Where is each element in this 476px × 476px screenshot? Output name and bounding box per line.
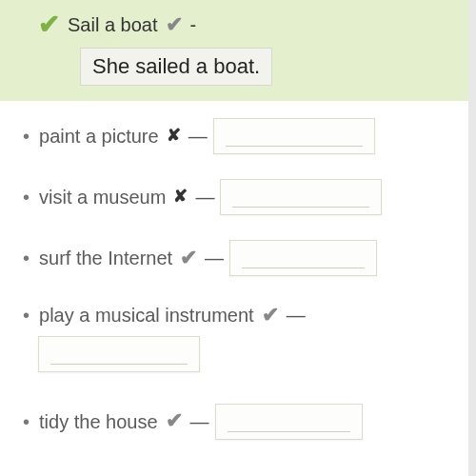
answer-input[interactable] [38, 336, 200, 372]
bullet-icon: • [23, 245, 30, 271]
item-text: paint a picture [39, 123, 159, 149]
correct-check-icon: ✔ [38, 11, 60, 38]
example-block: ✔ Sail a boat ✔ - She sailed a boat. [0, 0, 468, 101]
x-icon: ✘ [167, 124, 181, 148]
answer-input[interactable] [215, 404, 363, 440]
list-item: • paint a picture ✘ — [23, 118, 449, 154]
check-icon: ✔ [180, 244, 197, 273]
dash: — [188, 123, 206, 149]
bullet-icon: • [23, 408, 30, 435]
dash: — [190, 408, 208, 435]
prompt-check-icon: ✔ [166, 12, 183, 37]
item-text: surf the Internet [39, 245, 172, 271]
check-icon: ✔ [262, 301, 279, 330]
example-dash: - [190, 14, 197, 36]
list-item: • tidy the house ✔ — [23, 404, 449, 440]
answer-input[interactable] [220, 179, 382, 215]
exercise-list: • paint a picture ✘ — • visit a museum ✘… [0, 101, 468, 440]
item-text: play a musical instrument [39, 302, 254, 328]
bullet-icon: • [23, 123, 30, 149]
item-text: visit a museum [39, 184, 166, 210]
dash: — [287, 302, 304, 328]
bullet-icon: • [23, 184, 30, 210]
list-item: • surf the Internet ✔ — [23, 240, 449, 276]
x-icon: ✘ [173, 185, 188, 208]
answer-input[interactable] [213, 118, 375, 154]
list-item: • play a musical instrument ✔ — [23, 301, 449, 379]
example-prompt: Sail a boat [68, 14, 158, 36]
example-header: ✔ Sail a boat ✔ - [19, 11, 449, 38]
answer-input[interactable] [229, 240, 377, 276]
dash: — [205, 245, 222, 271]
dash: — [195, 184, 212, 210]
example-answer: She sailed a boat. [80, 48, 272, 86]
item-text: tidy the house [39, 408, 158, 435]
bullet-icon: • [23, 302, 30, 328]
scrollbar-track[interactable] [468, 0, 476, 476]
check-icon: ✔ [166, 407, 183, 436]
list-item: • visit a museum ✘ — [23, 179, 449, 215]
